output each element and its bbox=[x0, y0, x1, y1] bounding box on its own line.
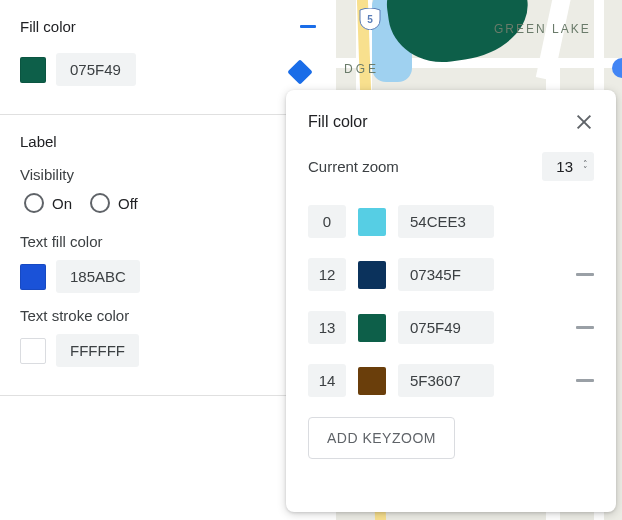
visibility-off-radio[interactable]: Off bbox=[90, 193, 138, 213]
text-fill-hex[interactable]: 185ABC bbox=[56, 260, 140, 293]
map-label-dge: DGE bbox=[344, 62, 379, 76]
visibility-on-radio[interactable]: On bbox=[24, 193, 72, 213]
fill-color-swatch[interactable] bbox=[20, 57, 46, 83]
keyzoom-key[interactable]: 0 bbox=[308, 205, 346, 238]
remove-keyzoom-icon[interactable] bbox=[576, 273, 594, 276]
keyzoom-swatch[interactable] bbox=[358, 367, 386, 395]
keyzoom-hex[interactable]: 5F3607 bbox=[398, 364, 494, 397]
keyzoom-swatch[interactable] bbox=[358, 208, 386, 236]
visibility-label: Visibility bbox=[20, 166, 316, 183]
keyzoom-hex[interactable]: 075F49 bbox=[398, 311, 494, 344]
close-icon[interactable] bbox=[574, 112, 594, 132]
add-keyzoom-button[interactable]: ADD KEYZOOM bbox=[308, 417, 455, 459]
remove-keyzoom-icon[interactable] bbox=[576, 326, 594, 329]
keyzoom-list: 054CEE31207345F13075F49145F3607 bbox=[308, 205, 594, 397]
route-shield: 5 bbox=[358, 8, 382, 30]
chevron-down-icon[interactable]: ˅ bbox=[583, 167, 588, 173]
text-stroke-label: Text stroke color bbox=[20, 307, 316, 324]
keyzoom-row: 145F3607 bbox=[308, 364, 594, 397]
fill-color-title: Fill color bbox=[20, 18, 76, 35]
zoom-value: 13 bbox=[556, 158, 573, 175]
current-zoom-label: Current zoom bbox=[308, 158, 399, 175]
keyzoom-swatch[interactable] bbox=[358, 261, 386, 289]
keyzoom-key[interactable]: 13 bbox=[308, 311, 346, 344]
remove-keyzoom-icon[interactable] bbox=[576, 379, 594, 382]
fill-color-popover: Fill color Current zoom 13 ˄ ˅ 054CEE312… bbox=[286, 90, 616, 512]
text-stroke-hex[interactable]: FFFFFF bbox=[56, 334, 139, 367]
radio-icon bbox=[24, 193, 44, 213]
fill-color-hex[interactable]: 075F49 bbox=[56, 53, 136, 86]
popover-title: Fill color bbox=[308, 113, 368, 131]
text-fill-swatch[interactable] bbox=[20, 264, 46, 290]
map-label-greenlake: GREEN LAKE bbox=[494, 22, 591, 36]
keyzoom-row: 1207345F bbox=[308, 258, 594, 291]
text-stroke-swatch[interactable] bbox=[20, 338, 46, 364]
keyzoom-row: 13075F49 bbox=[308, 311, 594, 344]
collapse-icon[interactable] bbox=[300, 25, 316, 28]
keyzoom-row: 054CEE3 bbox=[308, 205, 594, 238]
keyzoom-hex[interactable]: 07345F bbox=[398, 258, 494, 291]
keyzoom-swatch[interactable] bbox=[358, 314, 386, 342]
keyzoom-hex[interactable]: 54CEE3 bbox=[398, 205, 494, 238]
zoom-stepper[interactable]: 13 ˄ ˅ bbox=[542, 152, 594, 181]
keyzoom-key[interactable]: 14 bbox=[308, 364, 346, 397]
text-fill-label: Text fill color bbox=[20, 233, 316, 250]
radio-icon bbox=[90, 193, 110, 213]
keyzoom-key[interactable]: 12 bbox=[308, 258, 346, 291]
label-section-title: Label bbox=[20, 133, 57, 150]
